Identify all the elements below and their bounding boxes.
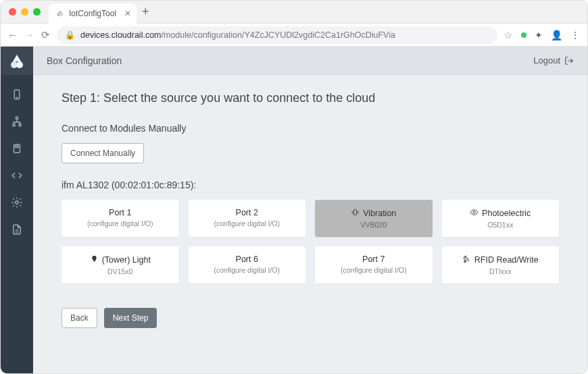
back-button[interactable]: ← — [7, 29, 18, 41]
svg-point-18 — [473, 211, 475, 213]
device-label: ifm AL1302 (00:02:01:0c:89:15): — [62, 180, 559, 190]
port-title-label: RFID Read/Write — [474, 255, 539, 265]
tab-title: IotConfigTool — [69, 9, 116, 18]
eye-icon — [470, 208, 479, 219]
svg-rect-8 — [19, 124, 21, 126]
topbar: Box Configuration Logout — [33, 47, 587, 75]
port-subtitle: O5D1xx — [447, 221, 554, 229]
manual-heading: Connect to Modules Manually — [62, 123, 559, 134]
port-title-label: Port 2 — [236, 208, 258, 217]
document-icon[interactable] — [11, 223, 23, 236]
next-step-button[interactable]: Next Step — [104, 308, 157, 328]
content-area: Box Configuration Logout Step 1: Select … — [33, 47, 587, 373]
browser-tab[interactable]: IotConfigTool ✕ — [49, 3, 137, 24]
module-icon[interactable] — [11, 142, 23, 155]
port-title: (Tower) Light — [67, 255, 174, 265]
step-heading: Step 1: Select the source you want to co… — [62, 91, 559, 105]
new-tab-button[interactable]: + — [142, 5, 149, 19]
svg-rect-10 — [16, 146, 19, 147]
svg-rect-15 — [354, 210, 357, 215]
port-card[interactable]: PhotoelectricO5D1xx — [442, 200, 560, 237]
port-subtitle: (configure digital I/O) — [194, 219, 301, 228]
port-card[interactable]: VibrationVVB020 — [315, 200, 433, 237]
port-card[interactable]: Port 6(configure digital I/O) — [189, 246, 306, 284]
svg-rect-7 — [13, 124, 15, 126]
port-title-label: Port 6 — [236, 255, 258, 264]
device-icon[interactable] — [11, 88, 23, 101]
port-title: Vibration — [320, 208, 427, 219]
port-card[interactable]: Port 7(configure digital I/O) — [315, 246, 433, 284]
minimize-window-icon[interactable] — [21, 8, 28, 16]
maximize-window-icon[interactable] — [33, 8, 41, 16]
lock-icon: 🔒 — [65, 30, 75, 40]
logout-button[interactable]: Logout — [533, 55, 574, 65]
puzzle-icon[interactable]: ✦ — [535, 30, 543, 41]
port-title: Photoelectric — [447, 208, 554, 219]
svg-point-11 — [16, 201, 19, 205]
port-subtitle: DV15x0 — [67, 267, 174, 275]
page-title: Box Configuration — [47, 55, 122, 66]
logout-label: Logout — [533, 55, 560, 65]
port-subtitle: (configure digital I/O) — [320, 266, 427, 274]
port-title-label: Port 7 — [362, 255, 385, 264]
svg-point-3 — [16, 61, 23, 68]
favicon-icon — [55, 9, 65, 18]
menu-icon[interactable]: ⋮ — [570, 30, 581, 41]
browser-tabs-row: IotConfigTool ✕ + — [1, 1, 587, 24]
window-controls — [1, 8, 49, 16]
close-window-icon[interactable] — [9, 8, 16, 16]
port-title: Port 1 — [67, 208, 174, 217]
app-logo[interactable] — [1, 47, 33, 75]
bulb-icon — [90, 255, 99, 265]
port-subtitle: VVB020 — [320, 221, 427, 229]
port-title: Port 7 — [320, 255, 427, 264]
svg-rect-19 — [93, 261, 95, 262]
port-card[interactable]: RFID Read/WriteDTIxxx — [442, 246, 560, 284]
connect-manually-button[interactable]: Connect Manually — [62, 143, 144, 163]
port-subtitle: DTIxxx — [447, 267, 554, 275]
port-subtitle: (configure digital I/O) — [67, 219, 174, 228]
port-subtitle: (configure digital I/O) — [194, 266, 301, 274]
url-text: devices.cloudrail.com/module/configurati… — [80, 30, 395, 40]
gear-icon[interactable] — [11, 196, 23, 209]
port-title-label: Port 1 — [109, 208, 131, 217]
app-container: Box Configuration Logout Step 1: Select … — [1, 47, 587, 373]
svg-rect-6 — [16, 117, 18, 119]
port-title-label: (Tower) Light — [102, 255, 151, 265]
port-title: Port 2 — [194, 208, 301, 217]
reload-button[interactable]: ⟳ — [41, 29, 50, 41]
browser-toolbar: ← → ⟳ 🔒 devices.cloudrail.com/module/con… — [1, 24, 587, 47]
rfid-icon — [462, 255, 471, 265]
bookmark-icon[interactable]: ☆ — [504, 30, 513, 41]
main-panel: Step 1: Select the source you want to co… — [33, 75, 587, 373]
vibration-icon — [351, 208, 360, 219]
code-icon[interactable] — [11, 169, 23, 182]
address-bar[interactable]: 🔒 devices.cloudrail.com/module/configura… — [57, 26, 497, 44]
extensions-area: ☆ ✦ 👤 ⋮ — [504, 30, 581, 41]
port-title: RFID Read/Write — [447, 255, 554, 265]
port-grid: Port 1(configure digital I/O)Port 2(conf… — [62, 200, 559, 284]
port-card[interactable]: Port 1(configure digital I/O) — [62, 200, 179, 237]
forward-button: → — [24, 29, 34, 41]
logout-icon — [564, 56, 574, 65]
port-title-label: Photoelectric — [482, 209, 531, 218]
extension-dot-icon[interactable] — [521, 32, 526, 38]
port-card[interactable]: Port 2(configure digital I/O) — [189, 200, 306, 237]
port-card[interactable]: (Tower) LightDV15x0 — [62, 246, 179, 284]
port-title-label: Vibration — [363, 209, 396, 218]
app-sidebar — [1, 47, 33, 373]
footer-buttons: Back Next Step — [62, 308, 559, 328]
back-step-button[interactable]: Back — [62, 308, 97, 328]
close-tab-icon[interactable]: ✕ — [124, 9, 131, 18]
port-title: Port 6 — [194, 255, 301, 264]
avatar-icon[interactable]: 👤 — [551, 30, 562, 41]
hierarchy-icon[interactable] — [11, 115, 23, 128]
